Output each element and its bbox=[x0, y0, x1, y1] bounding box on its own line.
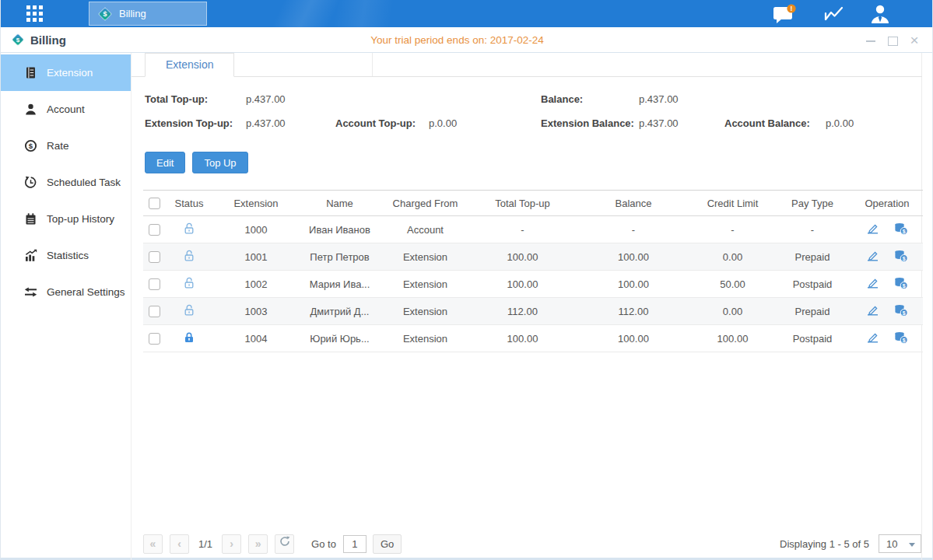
balance-label: Balance: bbox=[541, 93, 583, 105]
chart-icon[interactable] bbox=[822, 3, 848, 24]
unlocked-icon bbox=[183, 222, 195, 235]
table-row[interactable]: 1000 Иван Иванов Account - - - - bbox=[143, 216, 923, 243]
minimize-button[interactable] bbox=[865, 35, 876, 46]
first-page-button[interactable]: « bbox=[143, 534, 163, 554]
row-checkbox[interactable] bbox=[149, 278, 160, 290]
total-topup-cell: 112.00 bbox=[470, 298, 575, 325]
table-row[interactable]: 1003 Дмитрий Д... Extension 112.00 112.0… bbox=[143, 298, 923, 325]
top-up-row-icon[interactable]: $ bbox=[893, 250, 908, 264]
balance-value: p.437.00 bbox=[639, 93, 679, 105]
edit-row-icon[interactable] bbox=[866, 250, 879, 264]
extension-balance-value: p.437.00 bbox=[639, 117, 679, 129]
user-icon[interactable] bbox=[868, 3, 895, 24]
name-cell: Юрий Юрь... bbox=[299, 325, 381, 352]
pay-type-cell: Postpaid bbox=[773, 325, 851, 352]
top-up-row-icon[interactable]: $ bbox=[893, 222, 908, 237]
sidebar-item-label: Extension bbox=[47, 67, 93, 79]
pay-type-cell: Prepaid bbox=[773, 298, 851, 325]
sidebar-item-rate[interactable]: $ Rate bbox=[1, 128, 131, 164]
edit-row-icon[interactable] bbox=[866, 331, 879, 346]
extension-cell: 1002 bbox=[213, 271, 299, 298]
balance-cell: - bbox=[575, 216, 692, 243]
topup-history-icon bbox=[24, 212, 37, 226]
svg-text:$: $ bbox=[903, 337, 906, 343]
pay-type-cell: Postpaid bbox=[773, 271, 851, 298]
balance-cell: 100.00 bbox=[575, 271, 692, 298]
sidebar-item-label: General Settings bbox=[47, 286, 125, 298]
sidebar: Extension Account $ Rate bbox=[1, 53, 132, 560]
sidebar-item-topup-history[interactable]: Top-up History bbox=[1, 201, 131, 237]
total-topup-cell: 100.00 bbox=[470, 271, 575, 298]
row-checkbox[interactable] bbox=[149, 224, 160, 236]
name-cell: Мария Ива... bbox=[299, 271, 381, 298]
col-balance: Balance bbox=[575, 191, 692, 216]
goto-page-input[interactable] bbox=[343, 535, 367, 553]
edit-row-icon[interactable] bbox=[866, 277, 879, 292]
extension-topup-value: p.437.00 bbox=[246, 117, 286, 129]
next-page-button[interactable]: › bbox=[222, 534, 241, 554]
billing-window: $ Billing ! bbox=[0, 0, 933, 560]
col-total-topup: Total Top-up bbox=[470, 191, 575, 216]
edit-button[interactable]: Edit bbox=[145, 152, 185, 173]
refresh-icon bbox=[279, 536, 290, 547]
top-up-row-icon[interactable]: $ bbox=[893, 277, 908, 292]
tab-extension[interactable]: Extension bbox=[145, 53, 234, 77]
col-pay-type: Pay Type bbox=[773, 191, 851, 216]
row-checkbox[interactable] bbox=[149, 306, 160, 317]
sidebar-item-scheduled-task[interactable]: Scheduled Task bbox=[1, 164, 131, 201]
credit-limit-cell: 50.00 bbox=[692, 271, 773, 298]
unlocked-icon bbox=[183, 250, 195, 262]
chat-icon[interactable]: ! bbox=[772, 3, 798, 24]
taskbar-billing-tab[interactable]: $ Billing bbox=[89, 2, 207, 26]
account-balance-label: Account Balance: bbox=[724, 117, 810, 129]
account-topup-label: Account Top-up: bbox=[335, 117, 416, 129]
pay-type-cell: - bbox=[773, 216, 851, 243]
total-topup-label: Total Top-up: bbox=[145, 93, 208, 105]
refresh-button[interactable] bbox=[275, 534, 294, 554]
charged-from-cell: Extension bbox=[381, 243, 470, 271]
sidebar-item-label: Statistics bbox=[47, 250, 89, 261]
col-status: Status bbox=[165, 191, 213, 216]
select-all-checkbox[interactable] bbox=[149, 198, 160, 209]
row-checkbox[interactable] bbox=[149, 333, 160, 345]
svg-text:$: $ bbox=[903, 228, 906, 234]
top-up-row-icon[interactable]: $ bbox=[893, 304, 908, 319]
table-row[interactable]: 1001 Петр Петров Extension 100.00 100.00… bbox=[143, 243, 923, 271]
table-row[interactable]: 1002 Мария Ива... Extension 100.00 100.0… bbox=[143, 271, 923, 298]
edit-row-icon[interactable] bbox=[866, 222, 879, 237]
edit-row-icon[interactable] bbox=[866, 304, 879, 319]
sidebar-item-general-settings[interactable]: General Settings bbox=[1, 274, 131, 310]
top-up-button[interactable]: Top Up bbox=[192, 152, 247, 173]
go-button[interactable]: Go bbox=[373, 534, 402, 554]
sidebar-item-label: Top-up History bbox=[47, 213, 114, 225]
sidebar-item-extension[interactable]: Extension bbox=[1, 54, 131, 91]
taskbar: $ Billing ! bbox=[1, 0, 932, 27]
table-row[interactable]: 1004 Юрий Юрь... Extension 100.00 100.00… bbox=[143, 325, 923, 352]
prev-page-button[interactable]: ‹ bbox=[170, 534, 189, 554]
account-icon bbox=[24, 103, 37, 116]
total-topup-cell: 100.00 bbox=[470, 243, 575, 271]
charged-from-cell: Extension bbox=[381, 271, 470, 298]
last-page-button[interactable]: » bbox=[248, 534, 268, 554]
billing-title-icon bbox=[11, 33, 25, 47]
apps-grid-icon[interactable] bbox=[26, 5, 44, 23]
sidebar-item-account[interactable]: Account bbox=[1, 91, 131, 128]
credit-limit-cell: 0.00 bbox=[692, 298, 773, 325]
total-topup-cell: - bbox=[470, 216, 575, 243]
chevron-down-icon bbox=[909, 543, 915, 547]
titlebar: Billing Your trial period ends on: 2017-… bbox=[1, 27, 932, 53]
svg-text:$: $ bbox=[103, 10, 107, 18]
top-up-row-icon[interactable]: $ bbox=[893, 331, 908, 346]
page-size-select[interactable]: 10 bbox=[879, 534, 921, 553]
extension-balance-label: Extension Balance: bbox=[541, 117, 634, 129]
rate-icon: $ bbox=[24, 139, 37, 152]
close-button[interactable]: × bbox=[909, 35, 920, 46]
maximize-button[interactable] bbox=[887, 35, 898, 46]
balance-cell: 112.00 bbox=[575, 298, 692, 325]
notification-badge: ! bbox=[791, 5, 793, 12]
col-extension: Extension bbox=[213, 191, 299, 216]
window-title: Billing bbox=[1, 33, 66, 47]
row-checkbox[interactable] bbox=[149, 251, 160, 263]
name-cell: Дмитрий Д... bbox=[299, 298, 381, 325]
sidebar-item-statistics[interactable]: Statistics bbox=[1, 237, 131, 274]
